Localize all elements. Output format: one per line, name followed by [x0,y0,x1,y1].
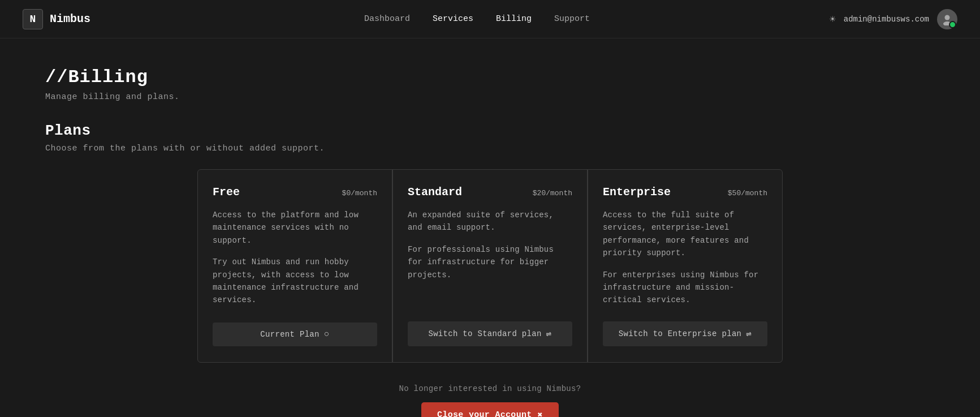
user-email: admin@nimbusws.com [844,15,929,24]
nav-dashboard[interactable]: Dashboard [364,14,410,24]
plan-desc2-enterprise: For enterprises using Nimbus for infrast… [603,269,767,307]
current-plan-label: Current Plan [260,330,319,339]
plan-card-standard: Standard $20/month An expanded suite of … [392,169,588,363]
switch-enterprise-icon: ⇌ [746,328,752,339]
plan-header-free: Free $0/month [213,186,377,199]
app-name: Nimbus [50,12,90,25]
plan-desc1-free: Access to the platform and low maintenan… [213,209,377,247]
no-interest-text: No longer interested in using Nimbus? [399,384,581,393]
plan-price-enterprise: $50/month [728,186,767,199]
nav-right: ☀ admin@nimbusws.com [830,9,957,29]
plan-header-standard: Standard $20/month [408,186,572,199]
nav-services[interactable]: Services [433,14,473,24]
current-plan-button[interactable]: Current Plan ○ [213,323,377,346]
section-desc: Choose from the plans with or without ad… [45,144,935,153]
plan-header-enterprise: Enterprise $50/month [603,186,767,199]
plan-card-enterprise: Enterprise $50/month Access to the full … [588,169,783,363]
avatar[interactable] [937,9,957,29]
plan-desc1-standard: An expanded suite of services, and email… [408,209,572,234]
theme-icon[interactable]: ☀ [830,13,836,25]
plan-desc2-standard: For professionals using Nimbus for infra… [408,243,572,307]
plan-name-standard: Standard [408,186,462,199]
plan-desc1-enterprise: Access to the full suite of services, en… [603,209,767,260]
page-prefix: //Billing [45,67,935,88]
switch-standard-label: Switch to Standard plan [428,329,541,338]
current-plan-icon: ○ [324,329,330,339]
logo-area: N Nimbus [23,9,90,29]
svg-point-0 [945,15,950,20]
main-content: //Billing Manage billing and plans. Plan… [0,38,980,417]
plan-card-free: Free $0/month Access to the platform and… [197,169,392,363]
page-subtitle: Manage billing and plans. [45,92,935,102]
plan-name-enterprise: Enterprise [603,186,671,199]
plan-price-standard: $20/month [533,186,572,199]
plan-desc2-free: Try out Nimbus and run hobby projects, w… [213,256,377,308]
nav-support[interactable]: Support [554,14,590,24]
nav-billing[interactable]: Billing [496,14,532,24]
svg-point-1 [943,22,951,25]
avatar-icon [941,13,953,25]
plan-price-free: $0/month [342,186,377,199]
close-account-icon: ✖ [538,410,543,417]
section-title: Plans [45,122,935,139]
plans-container: Free $0/month Access to the platform and… [45,169,935,363]
switch-standard-button[interactable]: Switch to Standard plan ⇌ [408,321,572,346]
plan-name-free: Free [213,186,240,199]
nav-links: Dashboard Services Billing Support [124,14,830,24]
navbar: N Nimbus Dashboard Services Billing Supp… [0,0,980,38]
switch-enterprise-button[interactable]: Switch to Enterprise plan ⇌ [603,321,767,346]
close-account-label: Close your Account [437,410,532,417]
close-account-button[interactable]: Close your Account ✖ [421,402,559,417]
switch-enterprise-label: Switch to Enterprise plan [619,329,742,338]
bottom-section: No longer interested in using Nimbus? Cl… [45,384,935,417]
logo-box: N [23,9,43,29]
switch-standard-icon: ⇌ [546,328,552,339]
